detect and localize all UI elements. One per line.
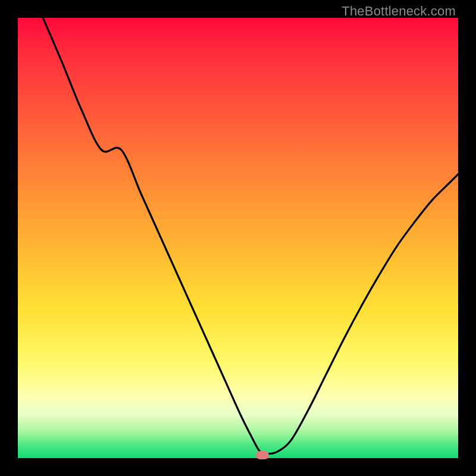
chart-frame: TheBottleneck.com [0, 0, 476, 476]
curve-svg [18, 18, 458, 458]
bottleneck-curve [43, 18, 458, 454]
min-marker [256, 451, 269, 459]
plot-area [18, 18, 458, 458]
watermark-text: TheBottleneck.com [342, 4, 456, 19]
